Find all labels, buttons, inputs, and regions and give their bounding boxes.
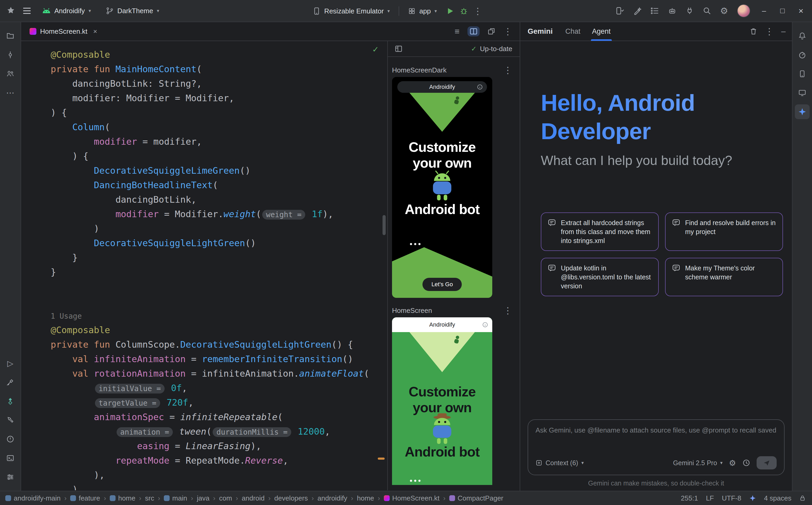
breadcrumb-item[interactable]: java xyxy=(197,494,210,502)
breadcrumb-item[interactable]: HomeScreen.kt xyxy=(384,494,440,502)
branch-name: DarkTheme xyxy=(117,7,153,15)
commit-tool-icon[interactable] xyxy=(3,47,18,62)
run-button[interactable] xyxy=(446,7,454,15)
more-tool-windows-icon[interactable]: ⋯ xyxy=(3,86,18,100)
lets-go-button[interactable]: Let's Go xyxy=(422,278,462,291)
chevron-down-icon: ▾ xyxy=(157,8,159,14)
task-list-icon[interactable] xyxy=(651,7,659,15)
tab-agent[interactable]: Agent xyxy=(592,22,611,41)
preview-homescreendark[interactable]: Androidify Customize your own xyxy=(392,77,492,298)
preview-layout-icon[interactable] xyxy=(395,45,402,53)
running-devices-icon[interactable] xyxy=(795,86,810,100)
user-avatar[interactable] xyxy=(737,4,750,17)
window-minimize-button[interactable]: – xyxy=(759,7,769,15)
preview-options-icon[interactable]: ⋮ xyxy=(503,65,512,75)
preview-options-icon[interactable]: ⋮ xyxy=(503,305,512,316)
editor-options-icon[interactable]: ⋮ xyxy=(503,26,512,37)
suggestion-resolve-errors[interactable]: Find and resolve build errors in my proj… xyxy=(665,212,783,251)
debug-button[interactable] xyxy=(460,7,468,15)
prompt-chat-icon xyxy=(548,264,556,272)
breadcrumb-item[interactable]: CompactPager xyxy=(449,494,503,502)
build-tool-icon[interactable] xyxy=(3,413,18,428)
breadcrumb-item[interactable]: feature xyxy=(70,494,100,502)
window-maximize-button[interactable]: □ xyxy=(778,7,787,15)
code-editor[interactable]: @Composableprivate fun MainHomeContent( … xyxy=(21,41,388,490)
prompt-settings-icon[interactable]: ⚙ xyxy=(729,458,736,468)
model-selector[interactable]: Gemini 2.5 Pro ▾ xyxy=(673,459,722,467)
gemini-header-actions: ⋮ – xyxy=(749,26,786,37)
modified-line-marker xyxy=(378,458,385,460)
preview-app-title: Androidify xyxy=(429,83,455,91)
split-editor-icon[interactable] xyxy=(467,26,480,36)
module-icon xyxy=(70,495,76,501)
profiler-icon[interactable] xyxy=(795,47,810,62)
project-tool-icon[interactable] xyxy=(3,28,18,43)
more-run-actions-icon[interactable]: ⋮ xyxy=(473,6,482,16)
close-tab-icon[interactable]: × xyxy=(93,27,97,36)
ai-bot-icon[interactable] xyxy=(668,7,676,15)
search-icon[interactable] xyxy=(703,7,711,15)
run-config-selector[interactable]: app ▾ xyxy=(405,4,441,18)
pull-requests-tool-icon[interactable] xyxy=(3,66,18,81)
main-toolbar: Androidify ▾ DarkTheme ▾ Resizable Emula… xyxy=(0,0,812,22)
ai-spark-icon[interactable] xyxy=(749,495,756,502)
editor-scrollbar[interactable] xyxy=(382,215,386,235)
gemini-tool-icon[interactable] xyxy=(795,105,810,119)
inspections-ok-icon[interactable]: ✓ xyxy=(372,45,379,54)
app-module-icon xyxy=(409,7,416,15)
gemini-input-box[interactable]: Context (6) ▾ Gemini 2.5 Pro ▾ ⚙ xyxy=(528,419,785,475)
version-control-tool-icon[interactable] xyxy=(3,470,18,484)
editor-tab-homescreen[interactable]: HomeScreen.kt × xyxy=(21,22,103,41)
suggestion-update-kotlin[interactable]: Update kotlin in @libs.version.toml to t… xyxy=(541,258,659,296)
send-prompt-button[interactable] xyxy=(757,456,777,469)
preview-homescreen[interactable]: Androidify Customize your own xyxy=(392,317,492,485)
indent-info[interactable]: 4 spaces xyxy=(764,494,791,502)
vcs-branch-widget[interactable]: DarkTheme ▾ xyxy=(102,4,163,18)
device-pair-icon[interactable] xyxy=(616,7,624,15)
prompt-history-icon[interactable] xyxy=(742,459,750,467)
breadcrumb-item[interactable]: home xyxy=(357,494,374,502)
open-in-window-icon[interactable] xyxy=(487,27,495,35)
device-manager-icon[interactable] xyxy=(795,66,810,81)
preview-name: HomeScreenDark xyxy=(392,66,447,74)
structure-view-icon[interactable]: ≡ xyxy=(455,27,460,36)
suggestion-warm-theme[interactable]: Make my Theme's color scheme warmer xyxy=(665,258,783,296)
breadcrumb-item[interactable]: androidify xyxy=(318,494,347,502)
chevron-down-icon: ▾ xyxy=(720,460,722,466)
breadcrumb-separator: › xyxy=(104,494,106,502)
plugin-icon[interactable] xyxy=(685,7,694,15)
breadcrumb-item[interactable]: android xyxy=(242,494,265,502)
breadcrumb-item[interactable]: home xyxy=(110,494,135,502)
run-tool-icon[interactable]: ▷ xyxy=(3,356,18,371)
device-selector[interactable]: Resizable Emulator ▾ xyxy=(309,4,393,18)
line-separator[interactable]: LF xyxy=(706,494,714,502)
breadcrumb-item[interactable]: main xyxy=(164,494,187,502)
notifications-bell-icon[interactable] xyxy=(795,28,810,43)
breadcrumb-item[interactable]: androidify-main xyxy=(5,494,61,502)
breadcrumb-item[interactable]: developers xyxy=(274,494,308,502)
run-toolbar-group: Resizable Emulator ▾ app ▾ ⋮ xyxy=(309,0,482,22)
settings-gear-icon[interactable]: ⚙ xyxy=(720,6,728,16)
code-area[interactable]: @Composableprivate fun MainHomeContent( … xyxy=(21,41,387,490)
caret-position[interactable]: 255:1 xyxy=(681,494,698,502)
preview-headline: your own xyxy=(392,399,492,415)
project-widget[interactable]: Androidify ▾ xyxy=(38,4,95,18)
breadcrumb-item[interactable]: com xyxy=(219,494,232,502)
problems-tool-icon[interactable] xyxy=(3,432,18,447)
services-tool-icon[interactable] xyxy=(3,375,18,389)
file-encoding[interactable]: UTF-8 xyxy=(722,494,741,502)
terminal-tool-icon[interactable] xyxy=(3,451,18,466)
window-close-button[interactable]: × xyxy=(796,6,806,16)
delete-conversation-icon[interactable] xyxy=(749,27,758,35)
breadcrumb-item[interactable]: src xyxy=(145,494,154,502)
main-menu-icon[interactable] xyxy=(23,7,31,14)
suggestion-extract-strings[interactable]: Extract all hardcoded strings from this … xyxy=(541,212,659,251)
gemini-options-icon[interactable]: ⋮ xyxy=(765,26,774,37)
hide-panel-icon[interactable]: – xyxy=(781,27,786,36)
gemini-prompt-input[interactable] xyxy=(536,426,777,435)
readonly-lock-icon[interactable] xyxy=(799,495,806,502)
ai-edit-icon[interactable] xyxy=(633,7,642,15)
context-selector[interactable]: Context (6) ▾ xyxy=(536,459,584,467)
tab-chat[interactable]: Chat xyxy=(565,22,580,41)
build-variants-tool-icon[interactable] xyxy=(3,394,18,408)
